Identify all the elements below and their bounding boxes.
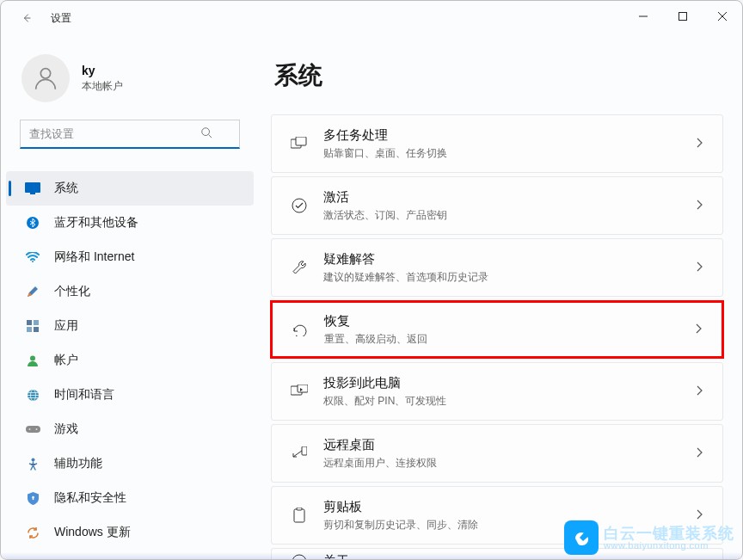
sidebar-item-accessibility[interactable]: 辅助功能 (6, 446, 254, 481)
gamepad-icon (25, 422, 40, 437)
row-desc: 重置、高级启动、返回 (324, 332, 696, 347)
svg-point-15 (30, 356, 35, 361)
svg-rect-19 (26, 426, 40, 433)
sidebar-item-windows-update[interactable]: Windows 更新 (6, 515, 254, 550)
watermark-badge-icon (564, 520, 599, 555)
svg-line-6 (209, 135, 212, 138)
sidebar: ky 本地帐户 系统 蓝牙和其他设备 (1, 35, 259, 559)
sidebar-item-personalization[interactable]: 个性化 (6, 274, 254, 309)
project-icon (287, 385, 311, 398)
svg-point-10 (32, 261, 34, 262)
display-icon (25, 181, 40, 196)
close-button[interactable] (703, 1, 742, 32)
sidebar-item-label: 个性化 (54, 284, 90, 299)
paintbrush-icon (25, 284, 40, 299)
avatar (21, 54, 70, 102)
profile-name: ky (82, 64, 123, 77)
sidebar-item-gaming[interactable]: 游戏 (6, 412, 254, 446)
main-content: 系统 多任务处理 贴靠窗口、桌面、任务切换 激活 激活状态、订阅、产品密钥 (259, 35, 742, 559)
sidebar-item-privacy[interactable]: 隐私和安全性 (6, 481, 254, 515)
svg-point-20 (28, 428, 30, 430)
watermark: 白云一键重装系统 www.baiyunxitong.com (564, 520, 734, 555)
watermark-url: www.baiyunxitong.com (604, 541, 734, 551)
chevron-right-icon (696, 322, 703, 337)
svg-rect-29 (298, 385, 308, 392)
row-desc: 激活状态、订阅、产品密钥 (323, 208, 697, 223)
accessibility-icon (25, 456, 40, 471)
row-title: 多任务处理 (323, 127, 697, 144)
svg-point-22 (31, 458, 34, 461)
setting-row-remote-desktop[interactable]: 远程桌面 远程桌面用户、连接权限 (271, 424, 723, 483)
svg-point-27 (292, 199, 306, 212)
svg-point-4 (40, 69, 50, 78)
sidebar-item-label: 辅助功能 (54, 456, 102, 471)
setting-row-troubleshoot[interactable]: 疑难解答 建议的疑难解答、首选项和历史记录 (271, 238, 723, 297)
svg-rect-26 (296, 137, 306, 145)
clipboard-icon (287, 508, 311, 523)
row-desc: 远程桌面用户、连接权限 (323, 456, 697, 471)
sidebar-item-label: 游戏 (54, 422, 78, 437)
sidebar-item-apps[interactable]: 应用 (6, 309, 254, 343)
sidebar-item-label: 网络和 Internet (54, 249, 134, 265)
svg-rect-24 (32, 497, 34, 500)
maximize-button[interactable] (663, 1, 703, 32)
minimize-button[interactable] (623, 1, 663, 32)
wrench-icon (287, 260, 311, 275)
svg-rect-31 (294, 509, 304, 522)
globe-icon (25, 387, 40, 403)
profile-section[interactable]: ky 本地帐户 (1, 54, 259, 120)
setting-row-project[interactable]: 投影到此电脑 权限、配对 PIN、可发现性 (271, 362, 723, 421)
sidebar-item-label: 应用 (54, 318, 78, 334)
shield-icon (25, 490, 40, 506)
row-title: 激活 (323, 189, 697, 206)
check-circle-icon (287, 198, 311, 213)
row-title: 疑难解答 (323, 251, 697, 268)
watermark-text: 白云一键重装系统 (604, 526, 734, 541)
sidebar-item-time-language[interactable]: 时间和语言 (6, 378, 254, 412)
sidebar-item-label: 系统 (54, 181, 78, 196)
person-icon (25, 353, 40, 368)
setting-row-multitasking[interactable]: 多任务处理 贴靠窗口、桌面、任务切换 (271, 114, 723, 173)
chevron-right-icon (697, 260, 703, 275)
chevron-right-icon (697, 446, 703, 461)
bluetooth-icon (25, 215, 40, 231)
chevron-right-icon (697, 384, 703, 399)
sidebar-item-label: 蓝牙和其他设备 (54, 215, 138, 231)
row-title: 投影到此电脑 (323, 375, 697, 391)
sidebar-item-label: 时间和语言 (54, 387, 114, 403)
svg-rect-8 (30, 193, 35, 194)
chevron-right-icon (697, 136, 703, 151)
svg-rect-32 (297, 508, 302, 510)
page-title: 系统 (274, 59, 723, 92)
wifi-icon (25, 249, 40, 265)
row-desc: 权限、配对 PIN、可发现性 (323, 394, 697, 409)
remote-icon (287, 446, 311, 460)
titlebar: 设置 (1, 1, 742, 35)
svg-rect-12 (34, 320, 39, 325)
chevron-right-icon (697, 198, 703, 213)
recovery-icon (288, 323, 312, 336)
sidebar-item-system[interactable]: 系统 (6, 171, 254, 206)
back-button[interactable] (20, 11, 34, 25)
sidebar-item-bluetooth[interactable]: 蓝牙和其他设备 (6, 206, 254, 240)
row-title: 远程桌面 (323, 437, 697, 453)
sidebar-item-network[interactable]: 网络和 Internet (6, 240, 254, 274)
update-icon (25, 525, 40, 540)
multitask-icon (287, 137, 311, 151)
profile-subtitle: 本地帐户 (82, 79, 123, 94)
sidebar-item-accounts[interactable]: 帐户 (6, 343, 254, 378)
svg-rect-7 (25, 182, 40, 193)
svg-point-21 (35, 428, 37, 430)
row-desc: 建议的疑难解答、首选项和历史记录 (323, 270, 697, 285)
window-title: 设置 (51, 11, 71, 26)
row-desc: 贴靠窗口、桌面、任务切换 (323, 146, 697, 161)
apps-icon (25, 318, 40, 334)
sidebar-item-label: 帐户 (54, 353, 78, 368)
row-title: 恢复 (324, 313, 696, 329)
svg-point-5 (202, 128, 210, 136)
setting-row-recovery[interactable]: 恢复 重置、高级启动、返回 (270, 300, 724, 359)
svg-rect-30 (302, 446, 307, 455)
svg-rect-14 (34, 327, 39, 332)
setting-row-activation[interactable]: 激活 激活状态、订阅、产品密钥 (271, 176, 723, 235)
sidebar-item-label: 隐私和安全性 (54, 490, 126, 506)
